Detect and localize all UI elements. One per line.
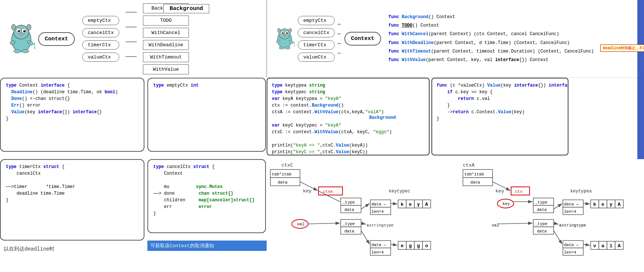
svg-point-27 bbox=[283, 34, 286, 36]
svg-text:e: e bbox=[409, 202, 412, 207]
svg-text:l: l bbox=[610, 243, 613, 249]
r-oval-timerctx: timerCtx bbox=[298, 40, 335, 50]
svg-text:data —: data — bbox=[371, 202, 386, 206]
code-right-main: type keytypea string type keytypec strin… bbox=[267, 78, 430, 155]
svg-point-31 bbox=[290, 29, 291, 31]
svg-line-118 bbox=[583, 204, 590, 204]
svg-point-5 bbox=[23, 30, 26, 33]
r-oval-cancelctx: cancelCtx bbox=[298, 28, 335, 37]
svg-line-124 bbox=[498, 223, 533, 224]
oval-timerctx: timerCtx bbox=[82, 40, 119, 50]
memory-diagram-svg: ctxC ctxA tab*itab data key ctxA keytype… bbox=[267, 159, 644, 272]
code-content-bm: type cancelCtx struct { Context mu sync.… bbox=[153, 164, 260, 217]
rect-withtimeout: WithTimeout bbox=[143, 52, 189, 62]
rect-todo: TODO bbox=[143, 16, 189, 26]
svg-text:k: k bbox=[401, 202, 404, 207]
code-content-tl: type Context interface { Deadline() (dea… bbox=[6, 82, 139, 122]
rect-withcancel: WithCancel bbox=[143, 28, 189, 38]
svg-text:data —: data — bbox=[564, 202, 579, 206]
func-withcancel: func WithCancel(parent Context) (ctx Con… bbox=[388, 31, 594, 38]
svg-text:A: A bbox=[425, 202, 428, 207]
oval-emptyctx: emptyCtx bbox=[82, 16, 119, 25]
svg-point-6 bbox=[18, 30, 19, 31]
svg-point-26 bbox=[286, 32, 288, 34]
svg-line-65 bbox=[391, 204, 397, 204]
svg-text:_type: _type bbox=[535, 222, 547, 226]
r-oval-valuectx: valueCtx bbox=[298, 53, 335, 62]
r-oval-emptyctx: emptyCtx bbox=[298, 16, 335, 25]
svg-line-79 bbox=[361, 231, 370, 244]
func-withdeadline: func WithDeadline(parent Context, d time… bbox=[388, 40, 594, 47]
svg-point-25 bbox=[282, 32, 284, 34]
svg-line-72 bbox=[308, 223, 340, 224]
svg-text:y: y bbox=[610, 202, 613, 207]
svg-text:data: data bbox=[278, 180, 288, 185]
svg-text:val: val bbox=[492, 223, 499, 228]
svg-line-88 bbox=[391, 244, 397, 245]
svg-line-56 bbox=[361, 204, 370, 209]
code-content-right-valuectx: func (c *valueCtx) Value(key interface{}… bbox=[437, 82, 563, 122]
svg-text:tab*itab: tab*itab bbox=[464, 172, 484, 177]
svg-text:tab*itab: tab*itab bbox=[272, 172, 291, 177]
background-label-right: Background bbox=[369, 115, 396, 120]
bottom-label: 以在到达deadline时 bbox=[0, 244, 148, 254]
oval-nodes-left: emptyCtx cancelCtx timerCtx valueCtx bbox=[82, 16, 119, 62]
svg-text:ctx: ctx bbox=[515, 189, 523, 194]
svg-text:A: A bbox=[618, 202, 621, 207]
memory-diagram: ctxC ctxA tab*itab data key ctxA keytype… bbox=[267, 159, 644, 272]
func-withtimeout: func WithTimeout(parent Context, timeout… bbox=[388, 48, 594, 55]
svg-text:_type: _type bbox=[535, 200, 547, 205]
svg-text:data: data bbox=[537, 229, 547, 234]
svg-point-16 bbox=[22, 50, 29, 53]
svg-line-109 bbox=[554, 204, 562, 209]
deadline-tooltip: Deadline时间截止，不符合你的着眼点，不是问题 bbox=[600, 44, 644, 52]
svg-text:data —: data — bbox=[564, 243, 579, 247]
svg-text:val: val bbox=[297, 222, 304, 226]
func-background: func Background() Context bbox=[388, 14, 594, 21]
svg-line-131 bbox=[554, 231, 562, 244]
svg-point-4 bbox=[18, 30, 20, 33]
code-right-valuectx: func (c *valueCtx) Value(key interface{}… bbox=[431, 78, 568, 155]
svg-text:k: k bbox=[593, 202, 596, 207]
svg-text:e: e bbox=[601, 202, 604, 207]
oval-cancelctx: cancelCtx bbox=[82, 28, 119, 37]
svg-point-8 bbox=[20, 33, 23, 36]
svg-point-12 bbox=[28, 26, 30, 29]
svg-text:g: g bbox=[409, 243, 412, 249]
svg-text:o: o bbox=[425, 243, 428, 249]
svg-text:v: v bbox=[593, 243, 596, 249]
svg-text:key: key bbox=[503, 202, 510, 206]
svg-text:y: y bbox=[417, 202, 420, 207]
svg-text:len=4: len=4 bbox=[564, 250, 576, 255]
code-cancelctx: type cancelCtx struct { Context mu sync.… bbox=[147, 159, 266, 233]
svg-point-7 bbox=[24, 30, 24, 31]
svg-text:data: data bbox=[470, 180, 480, 185]
arrow-symbols: ← ← ← ← bbox=[338, 21, 341, 57]
arrows-left bbox=[124, 6, 139, 72]
svg-line-126 bbox=[554, 223, 558, 224]
bottom-bar: 可获取该Context的取消通知 bbox=[147, 241, 267, 251]
rect-withvalue: WithValue bbox=[143, 64, 189, 74]
func-withvalue: func WithValue(parent Context, key, val … bbox=[388, 57, 594, 64]
svg-line-140 bbox=[583, 244, 590, 245]
svg-line-74 bbox=[361, 223, 366, 224]
svg-text:data: data bbox=[344, 229, 354, 234]
svg-text:ctxA: ctxA bbox=[323, 189, 333, 194]
gopher-icon-right bbox=[274, 26, 295, 52]
svg-text:&stringtype: &stringtype bbox=[559, 223, 586, 228]
code-content-tr: type emptyCtx int bbox=[153, 82, 260, 89]
context-box-right: Context bbox=[344, 32, 381, 46]
svg-text:&stringtype: &stringtype bbox=[367, 223, 394, 228]
svg-point-15 bbox=[14, 50, 21, 53]
svg-text:A: A bbox=[618, 243, 621, 249]
svg-point-11 bbox=[13, 26, 15, 29]
oval-valuectx: valueCtx bbox=[82, 53, 119, 62]
svg-text:keytypec: keytypec bbox=[389, 189, 410, 194]
svg-point-34 bbox=[279, 46, 284, 49]
svg-text:data —: data — bbox=[371, 243, 386, 247]
svg-text:len=4: len=4 bbox=[564, 209, 576, 214]
svg-text:ctxA: ctxA bbox=[463, 162, 474, 168]
left-diagram-panel: Context emptyCtx cancelCtx timerCtx valu… bbox=[0, 0, 267, 78]
svg-text:len=4: len=4 bbox=[371, 209, 384, 214]
svg-point-30 bbox=[278, 29, 280, 31]
